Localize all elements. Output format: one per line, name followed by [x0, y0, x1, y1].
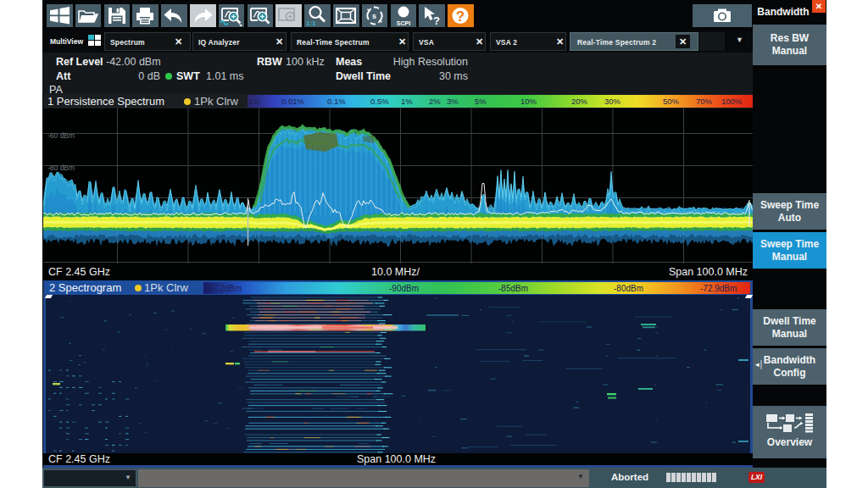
svg-text:100%: 100% — [721, 97, 743, 106]
svg-text:-90dBm: -90dBm — [389, 284, 419, 293]
svg-text:-80dBm: -80dBm — [614, 284, 643, 293]
svg-text:-80 dBm: -80 dBm — [47, 164, 75, 172]
svg-text:s: s — [372, 12, 376, 20]
svg-text:0.01%: 0.01% — [281, 97, 304, 106]
svg-text:-60 dBm: -60 dBm — [47, 131, 75, 140]
svg-text:1%: 1% — [248, 97, 260, 106]
svg-text:50%: 50% — [663, 97, 680, 106]
svg-text:10%: 10% — [520, 97, 537, 106]
svg-text:5%: 5% — [475, 97, 487, 106]
svg-text:-85dBm: -85dBm — [498, 284, 528, 293]
svg-text:0.5%: 0.5% — [370, 97, 389, 106]
svg-text:0.1%: 0.1% — [327, 97, 346, 106]
svg-text:?: ? — [433, 14, 440, 27]
svg-text:70%: 70% — [696, 97, 713, 106]
svg-text:?: ? — [456, 8, 465, 25]
svg-text:3%: 3% — [447, 97, 459, 106]
svg-text:1:1: 1:1 — [306, 19, 316, 27]
svg-text:30%: 30% — [604, 97, 621, 106]
svg-text:SCPI: SCPI — [396, 20, 409, 26]
svg-text:-97.2dBm: -97.2dBm — [205, 284, 242, 293]
svg-text:20%: 20% — [571, 97, 588, 106]
svg-text:1%: 1% — [401, 97, 413, 106]
svg-text:-72.9dBm: -72.9dBm — [700, 284, 737, 293]
svg-text:2%: 2% — [429, 97, 441, 106]
